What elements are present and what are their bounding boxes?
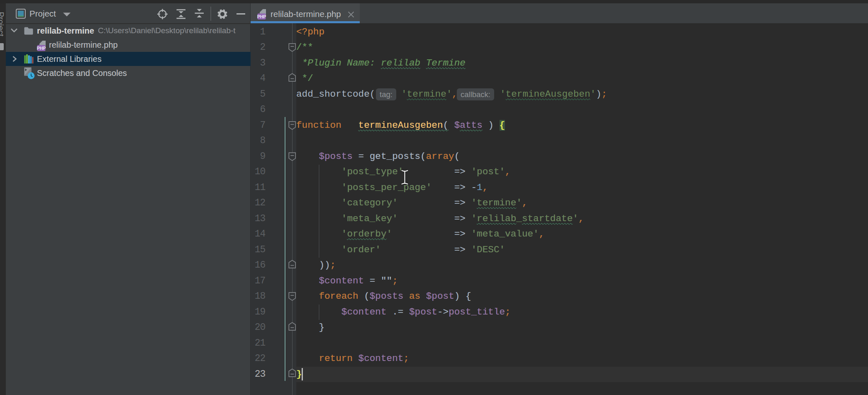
- svg-text:PHP: PHP: [37, 46, 46, 51]
- svg-text:PHP: PHP: [257, 14, 266, 19]
